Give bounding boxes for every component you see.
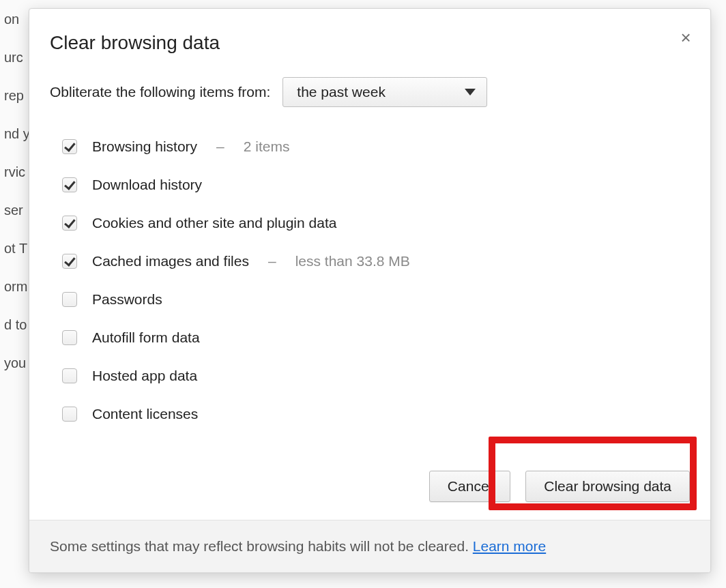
checkbox-autofill[interactable]: [62, 330, 77, 345]
cancel-button[interactable]: Cancel: [429, 471, 510, 502]
option-label: Content licenses: [92, 406, 198, 422]
chevron-down-icon: [465, 89, 476, 95]
dialog-body: Clear browsing data Obliterate the follo…: [29, 9, 710, 449]
close-button[interactable]: ×: [676, 28, 695, 47]
option-detail: 2 items: [244, 138, 290, 155]
dialog-footer: Some settings that may reflect browsing …: [29, 520, 710, 572]
option-detail: less than 33.8 MB: [295, 253, 410, 269]
option-row-passwords: Passwords: [62, 280, 690, 319]
option-row-cache: Cached images and files–less than 33.8 M…: [62, 242, 690, 280]
option-label: Cookies and other site and plugin data: [92, 215, 336, 231]
option-label: Hosted app data: [92, 368, 197, 384]
checkbox-download-history[interactable]: [62, 177, 77, 192]
checkbox-content-licenses[interactable]: [62, 407, 77, 422]
option-separator: –: [212, 138, 229, 155]
time-range-value: the past week: [297, 84, 386, 100]
dialog-buttons: Cancel Clear browsing data: [29, 449, 710, 520]
checkbox-passwords[interactable]: [62, 292, 77, 307]
options-list: Browsing history–2 itemsDownload history…: [50, 128, 690, 433]
option-label: Autofill form data: [92, 329, 200, 346]
option-label: Passwords: [92, 291, 162, 308]
checkbox-cache[interactable]: [62, 254, 77, 269]
checkbox-browsing-history[interactable]: [62, 139, 77, 154]
time-range-label: Obliterate the following items from:: [50, 84, 270, 100]
option-row-autofill: Autofill form data: [62, 319, 690, 357]
option-row-content-licenses: Content licenses: [62, 395, 690, 433]
checkbox-cookies[interactable]: [62, 216, 77, 231]
option-separator: –: [264, 253, 280, 269]
close-icon: ×: [680, 27, 691, 48]
clear-browsing-data-dialog: × Clear browsing data Obliterate the fol…: [29, 8, 711, 573]
option-label: Browsing history: [92, 138, 197, 155]
clear-browsing-data-button[interactable]: Clear browsing data: [525, 471, 690, 502]
option-row-cookies: Cookies and other site and plugin data: [62, 204, 690, 242]
footer-text: Some settings that may reflect browsing …: [50, 538, 473, 554]
option-label: Download history: [92, 177, 202, 193]
time-range-row: Obliterate the following items from: the…: [50, 77, 690, 107]
learn-more-link[interactable]: Learn more: [473, 538, 546, 554]
time-range-select[interactable]: the past week: [282, 77, 487, 107]
option-row-download-history: Download history: [62, 166, 690, 204]
option-row-hosted-app: Hosted app data: [62, 357, 690, 395]
checkbox-hosted-app[interactable]: [62, 368, 77, 383]
option-row-browsing-history: Browsing history–2 items: [62, 128, 690, 166]
option-label: Cached images and files: [92, 253, 249, 269]
dialog-title: Clear browsing data: [50, 32, 690, 54]
